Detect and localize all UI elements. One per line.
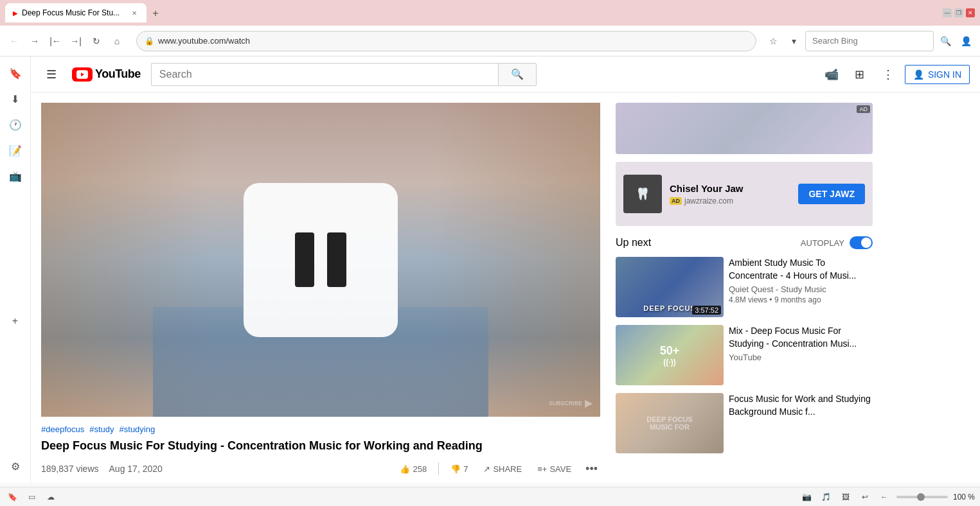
- pause-icon: [295, 232, 346, 287]
- like-count: 258: [413, 464, 427, 474]
- browser-search-button[interactable]: 🔍: [936, 32, 954, 50]
- autoplay-wrap: AUTOPLAY: [801, 236, 873, 249]
- youtube-more-button[interactable]: ⋮: [877, 63, 900, 86]
- chisel-domain-text: jawzraize.com: [684, 196, 733, 205]
- tab-favicon: ▶: [13, 10, 18, 17]
- address-bar[interactable]: 🔒 www.youtube.com/watch: [136, 31, 756, 51]
- subscribe-badge: SUBSCRIBE: [549, 400, 582, 406]
- youtube-apps-button[interactable]: ⊞: [848, 63, 871, 86]
- save-label: SAVE: [549, 464, 571, 474]
- restore-button[interactable]: ❐: [954, 8, 963, 17]
- dislike-button[interactable]: 👎 7: [447, 462, 472, 476]
- back-button[interactable]: ←: [5, 32, 23, 50]
- youtube-logo[interactable]: YouTube: [72, 67, 141, 82]
- active-tab[interactable]: ▶ Deep Focus Music For Stu... ✕: [5, 3, 147, 22]
- sidebar-reading-button[interactable]: 📺: [4, 164, 27, 188]
- share-button[interactable]: ↗ SHARE: [479, 462, 526, 476]
- youtube-logo-text: YouTube: [95, 67, 141, 81]
- video-subscribe-area: SUBSCRIBE ▶: [549, 397, 592, 409]
- sidebar-add-button[interactable]: +: [4, 310, 27, 333]
- ad-banner-bg: [616, 103, 873, 154]
- first-page-button[interactable]: |←: [46, 32, 64, 50]
- video-player[interactable]: SUBSCRIBE ▶: [41, 103, 600, 417]
- recommendation-item-2[interactable]: 50+ ((·)) Mix - Deep Focus Music For Stu…: [616, 325, 873, 385]
- rec-title-2: Mix - Deep Focus Music For Studying - Co…: [729, 325, 873, 350]
- reload-button[interactable]: ↻: [87, 32, 105, 50]
- bottom-media-button[interactable]: 🎵: [819, 490, 833, 504]
- video-tag-study[interactable]: #study: [89, 424, 114, 434]
- sidebar-settings-button[interactable]: ⚙: [4, 455, 27, 478]
- video-main: SUBSCRIBE ▶ #deepfocus #study #studying …: [41, 103, 600, 478]
- rec-playlist-icon: ((·)): [660, 358, 680, 367]
- sidebar-history-button[interactable]: 🕐: [4, 113, 27, 136]
- sidebar-notes-button[interactable]: 📝: [4, 139, 27, 162]
- video-tag-studying[interactable]: #studying: [120, 424, 156, 434]
- chisel-domain: AD jawzraize.com: [670, 196, 790, 205]
- tab-close-button[interactable]: ✕: [130, 8, 139, 17]
- zoom-bar[interactable]: [896, 496, 948, 498]
- recommendation-item-1[interactable]: DEEP FOCUS 3:57:52 Ambient Study Music T…: [616, 257, 873, 317]
- yt-menu-button[interactable]: ☰: [41, 64, 62, 85]
- chisel-ad[interactable]: 🦷 Chisel Your Jaw AD jawzraize.com GET J…: [616, 162, 873, 226]
- chisel-ad-badge: AD: [670, 197, 682, 205]
- ad-badge: AD: [857, 105, 870, 113]
- up-next-label: Up next: [616, 237, 651, 249]
- thumbs-up-icon: 👍: [400, 464, 410, 474]
- browser-sidebar: 🔖 ⬇ 🕐 📝 📺 + ⚙: [0, 57, 31, 483]
- bottom-arrow-button[interactable]: ↩: [858, 490, 872, 504]
- nav-bar: ← → |← →| ↻ ⌂ 🔒 www.youtube.com/watch ☆ …: [0, 26, 980, 57]
- thumbs-down-icon: 👎: [450, 464, 461, 474]
- video-title: Deep Focus Music For Studying - Concentr…: [41, 438, 600, 454]
- main-layout: 🔖 ⬇ 🕐 📝 📺 + ⚙ ☰ YouTube: [0, 57, 980, 483]
- bookmark-list-button[interactable]: ▾: [785, 32, 803, 50]
- chisel-thumb: 🦷: [623, 175, 662, 213]
- last-page-button[interactable]: →|: [67, 32, 85, 50]
- browser-bottom-bar: 🔖 ▭ ☁ 📷 🎵 🖼 ↩ ← 100 %: [0, 487, 980, 506]
- video-actions: 👍 258 👎 7 ↗ SHARE ≡+: [396, 460, 600, 478]
- window-controls: — ❐ ✕: [943, 8, 975, 17]
- rec-title-1: Ambient Study Music To Concentrate - 4 H…: [729, 257, 873, 282]
- bottom-bookmark-button[interactable]: 🔖: [5, 490, 19, 504]
- tab-bar: ▶ Deep Focus Music For Stu... ✕ +: [5, 3, 165, 22]
- like-button[interactable]: 👍 258: [396, 462, 431, 476]
- get-jawz-button[interactable]: GET JAWZ: [798, 184, 865, 204]
- autoplay-toggle[interactable]: [850, 236, 873, 249]
- sign-in-label: SIGN IN: [928, 69, 961, 80]
- recommendation-item-3[interactable]: DEEP FOCUSMUSIC FOR Focus Music for Work…: [616, 393, 873, 453]
- youtube-header: ☰ YouTube 🔍 📹 ⊞ ⋮ 👤: [31, 57, 980, 92]
- sidebar-downloads-button[interactable]: ⬇: [4, 87, 27, 110]
- rec-thumb-2-overlay: 50+ ((·)): [660, 344, 680, 367]
- youtube-logo-icon: [72, 67, 93, 82]
- bottom-image-button[interactable]: 🖼: [839, 490, 853, 504]
- sidebar-bookmarks-button[interactable]: 🔖: [4, 62, 27, 85]
- bottom-tab-button[interactable]: ▭: [24, 490, 39, 504]
- close-button[interactable]: ✕: [966, 8, 975, 17]
- more-actions-button[interactable]: •••: [583, 460, 600, 478]
- youtube-search-input[interactable]: [151, 63, 498, 86]
- bottom-cloud-button[interactable]: ☁: [44, 490, 58, 504]
- youtube-search-button[interactable]: 🔍: [498, 63, 537, 86]
- up-next-header: Up next AUTOPLAY: [616, 236, 873, 249]
- youtube-camera-button[interactable]: 📹: [820, 63, 843, 86]
- zoom-thumb: [917, 493, 925, 501]
- bottom-screenshot-button[interactable]: 📷: [800, 490, 814, 504]
- url-text: www.youtube.com/watch: [158, 36, 250, 46]
- minimize-button[interactable]: —: [943, 8, 952, 17]
- new-tab-button[interactable]: +: [147, 4, 165, 22]
- ad-banner-top: AD: [616, 103, 873, 154]
- forward-button[interactable]: →: [26, 32, 44, 50]
- home-button[interactable]: ⌂: [108, 32, 126, 50]
- profile-button[interactable]: 👤: [957, 32, 975, 50]
- bottom-back-button[interactable]: ←: [877, 490, 891, 504]
- pause-overlay: [244, 183, 398, 337]
- save-button[interactable]: ≡+ SAVE: [533, 462, 575, 476]
- video-tags: #deepfocus #study #studying: [41, 424, 600, 434]
- rec-info-1: Ambient Study Music To Concentrate - 4 H…: [729, 257, 873, 317]
- rec-thumb-3: DEEP FOCUSMUSIC FOR: [616, 393, 724, 453]
- bookmark-button[interactable]: ☆: [764, 32, 782, 50]
- video-tag-deepfocus[interactable]: #deepfocus: [41, 424, 84, 434]
- youtube-sign-in-button[interactable]: 👤 SIGN IN: [905, 65, 970, 84]
- browser-search-input[interactable]: [805, 31, 934, 51]
- youtube-header-right: 📹 ⊞ ⋮ 👤 SIGN IN: [820, 63, 970, 86]
- save-icon: ≡+: [537, 464, 547, 474]
